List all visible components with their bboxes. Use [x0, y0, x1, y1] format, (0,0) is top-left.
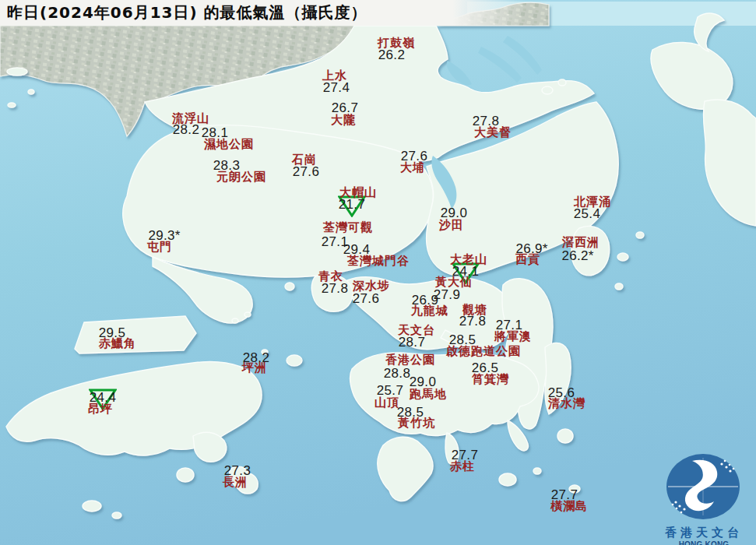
station-value: 28.2 [173, 122, 199, 138]
station-value: 28.3 [213, 158, 240, 174]
station-value: 27.6 [401, 149, 427, 164]
station-value: 21.7 [339, 197, 365, 213]
station-value: 28.7 [399, 335, 425, 350]
station-value: 27.4 [323, 80, 350, 96]
map-title: 昨日(2024年06月13日) 的最低氣溫（攝氏度） [0, 2, 367, 23]
min-temperature-map: 昨日(2024年06月13日) 的最低氣溫（攝氏度） 打鼓嶺26.2上水27.4… [0, 0, 756, 545]
station-value: 25.4 [574, 206, 600, 222]
station-value: 27.7 [551, 487, 578, 503]
station-value: 26.9 [412, 293, 438, 308]
station-value: 26.7 [332, 100, 358, 116]
station-value: 28.8 [384, 366, 410, 382]
hko-logo-name-zh: 香港天文台 [653, 526, 754, 540]
station-value: 24.4 [90, 390, 116, 406]
station-value: 27.7 [452, 448, 478, 463]
station-value: 27.3 [224, 463, 251, 479]
station-value: 26.9* [515, 241, 547, 257]
hko-logo: 香港天文台 HONG KONG OBSERVATORY [653, 452, 754, 543]
station-value: 28.5 [449, 332, 476, 348]
station-name: 香港公園 [385, 353, 435, 367]
station-value: 28.2 [243, 350, 269, 366]
station-value: 26.5 [472, 360, 498, 376]
station-value: 28.5 [397, 405, 424, 420]
hong-kong-basemap [0, 0, 756, 545]
station-value: 29.0 [410, 374, 436, 390]
hko-logo-name-en: HONG KONG OBSERVATORY [653, 540, 754, 545]
station-value: 27.8 [322, 281, 348, 297]
station-value: 25.7 [377, 383, 403, 399]
map-title-bar: 昨日(2024年06月13日) 的最低氣溫（攝氏度） [0, 0, 526, 26]
station-value: 28.1 [202, 125, 228, 141]
station-value: 27.6 [353, 291, 379, 307]
po-toi-island [499, 473, 516, 486]
station-name: 滘西洲 [562, 235, 600, 250]
peng-chau-island [287, 355, 302, 366]
station-value: 29.4 [343, 242, 370, 258]
station-value: 29.5 [99, 325, 125, 341]
station-value: 27.8 [473, 114, 499, 129]
station-value: 27.1 [496, 318, 522, 333]
station-value: 29.3* [148, 228, 180, 244]
station-value: 24.1 [452, 264, 479, 280]
hko-logo-icon [653, 452, 754, 522]
station-value: 26.2 [378, 47, 405, 63]
station-value: 27.8 [459, 314, 486, 329]
station-value: 29.0 [441, 206, 467, 221]
tung-lung-island [557, 429, 573, 443]
station-value: 26.2* [561, 248, 593, 264]
station-value: 25.6 [548, 385, 575, 401]
station-name: 荃灣可觀 [323, 220, 373, 235]
station-value: 27.6 [293, 164, 319, 180]
